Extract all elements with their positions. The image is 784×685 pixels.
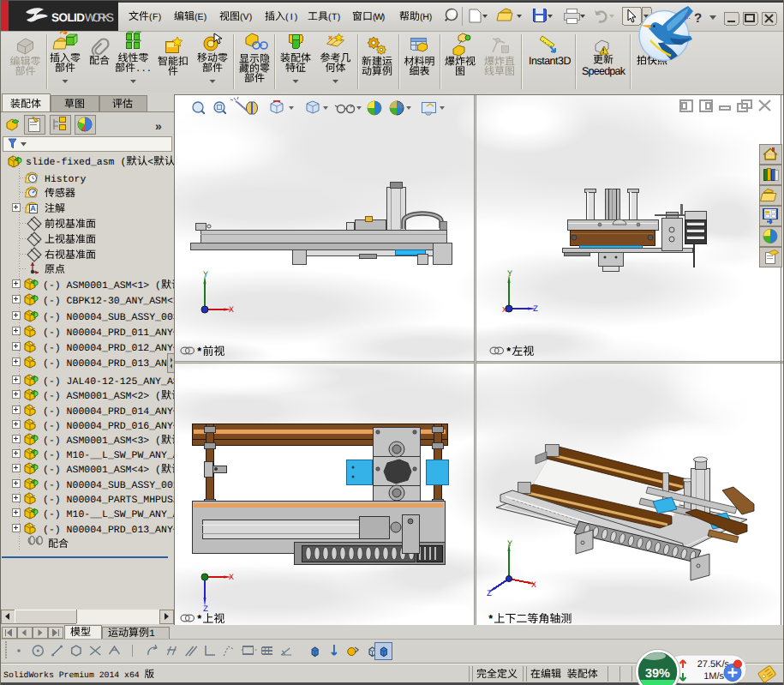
svg-text:(-) ASM0001_ASM<3> (: (-) ASM0001_ASM<3> ( xyxy=(43,436,161,447)
svg-text:SolidWorks Premium 2014 x64: SolidWorks Premium 2014 x64 xyxy=(3,670,145,680)
svg-text:X: X xyxy=(229,306,234,315)
svg-text:(-) N00004_PARTS_MHPUS206: (-) N00004_PARTS_MHPUS206 xyxy=(43,495,191,506)
svg-text:»: » xyxy=(155,119,162,133)
svg-text:(-) N00004_PRD_011_ANY<1>: (-) N00004_PRD_011_ANY<1> xyxy=(43,327,191,339)
svg-text:1: 1 xyxy=(149,629,155,640)
svg-text:(-) JAL40-12-125_ANY_ASM<: (-) JAL40-12-125_ANY_ASM< xyxy=(43,376,191,388)
svg-text:i..: i.. xyxy=(685,12,691,21)
svg-text:*: * xyxy=(196,614,202,626)
svg-text:X: X xyxy=(229,574,234,583)
svg-text:(E): (E) xyxy=(195,12,206,22)
svg-text:(-) M10-__L_SW_PW_ANY_ASM: (-) M10-__L_SW_PW_ANY_ASM xyxy=(43,450,191,461)
svg-text:(W): (W) xyxy=(373,12,385,22)
svg-text:Y: Y xyxy=(507,270,512,279)
svg-text:(V): (V) xyxy=(240,12,252,22)
svg-text:?: ? xyxy=(694,11,702,26)
svg-text:27.5K/s: 27.5K/s xyxy=(697,659,730,670)
svg-text:(-) N00004_SUB_ASSY_003_A: (-) N00004_SUB_ASSY_003_A xyxy=(43,312,191,323)
svg-text:Y: Y xyxy=(507,540,512,550)
svg-text:(-) N00004_PRD_016_ANY<1>: (-) N00004_PRD_016_ANY<1> xyxy=(43,421,191,432)
svg-text:(-) ASM0001_ASM<1> (: (-) ASM0001_ASM<1> ( xyxy=(43,280,161,291)
svg-text:(-) N00004_PRD_014_ANY<1>: (-) N00004_PRD_014_ANY<1> xyxy=(43,406,191,418)
svg-text:1M/s: 1M/s xyxy=(703,671,724,682)
svg-text:(-) CBPK12-30_ANY_ASM<1>: (-) CBPK12-30_ANY_ASM<1> xyxy=(43,296,185,307)
svg-text:slide-fixed_asm (: slide-fixed_asm ( xyxy=(26,157,126,168)
svg-text:(-) ASM0001_ASM<2> (: (-) ASM0001_ASM<2> ( xyxy=(43,391,161,402)
svg-text:Y: Y xyxy=(203,271,208,280)
svg-text:(I): (I) xyxy=(285,12,297,22)
svg-text:Z: Z xyxy=(533,305,538,315)
svg-text:(T): (T) xyxy=(328,12,340,22)
svg-text:History: History xyxy=(45,174,86,185)
svg-text:X: X xyxy=(531,581,536,591)
svg-text:*: * xyxy=(196,346,202,358)
svg-text:(-) M10-__L_SW_PW_ANY_ASM: (-) M10-__L_SW_PW_ANY_ASM xyxy=(43,509,191,520)
svg-text:<: < xyxy=(147,157,153,168)
svg-text:SOLID: SOLID xyxy=(51,11,85,24)
svg-text:39%: 39% xyxy=(645,667,670,681)
svg-text:(F): (F) xyxy=(149,12,161,22)
svg-text:WORKS: WORKS xyxy=(85,11,114,24)
svg-text:(-) N00004_PRD_012_ANY<1>: (-) N00004_PRD_012_ANY<1> xyxy=(43,343,191,354)
svg-text:Instant3D: Instant3D xyxy=(529,55,572,67)
svg-text:A: A xyxy=(30,204,36,213)
svg-text:*: * xyxy=(506,346,512,358)
svg-text:(H): (H) xyxy=(420,12,432,22)
svg-text:(-) N00004_PRD_013_ANY<2>: (-) N00004_PRD_013_ANY<2> xyxy=(43,525,191,536)
svg-text:...: ... xyxy=(135,64,152,75)
svg-text:Z: Z xyxy=(487,590,492,599)
svg-text:Speedpak: Speedpak xyxy=(582,65,626,77)
svg-text:(-) ASM0001_ASM<4> (: (-) ASM0001_ASM<4> ( xyxy=(43,465,161,476)
svg-text:(-) N00004_SUB_ASSY_001_A: (-) N00004_SUB_ASSY_001_A xyxy=(43,480,191,491)
svg-text:*: * xyxy=(488,614,494,626)
svg-text:!: ! xyxy=(602,47,605,55)
